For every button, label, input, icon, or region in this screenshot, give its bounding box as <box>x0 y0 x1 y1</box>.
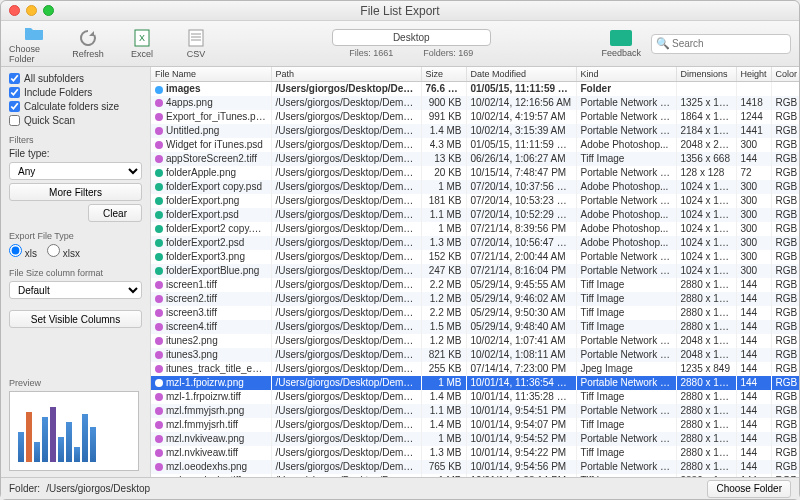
window-controls <box>9 5 54 16</box>
all-subfolders-checkbox[interactable]: All subfolders <box>9 73 142 84</box>
file-type-label: File type: <box>9 148 142 159</box>
body: All subfolders Include Folders Calculate… <box>1 67 799 477</box>
files-count: Files: 1661 <box>349 48 393 58</box>
table-row[interactable]: folderExportBlue.png/Users/giorgos/Deskt… <box>151 264 799 278</box>
table-row[interactable]: folderExport3.png/Users/giorgos/Desktop/… <box>151 250 799 264</box>
svg-text:X: X <box>139 33 145 43</box>
table-row[interactable]: folderExport.png/Users/giorgos/Desktop/D… <box>151 194 799 208</box>
table-row[interactable]: iscreen1.tiff/Users/giorgos/Desktop/Demo… <box>151 278 799 292</box>
app-window: File List Export Choose Folder Refresh X… <box>0 0 800 500</box>
table-row[interactable]: mzl.oeodexhs.png/Users/giorgos/Desktop/D… <box>151 460 799 474</box>
table-row[interactable]: Export_for_iTunes.png/Users/giorgos/Desk… <box>151 110 799 124</box>
table-body: images/Users/giorgos/Desktop/DemoFolder/… <box>151 82 799 478</box>
excel-icon: X <box>132 29 152 47</box>
folder-icon <box>24 24 44 42</box>
calc-sizes-checkbox[interactable]: Calculate folders size <box>9 101 142 112</box>
preview-thumbnail <box>9 391 139 471</box>
footer: Folder: /Users/giorgos/Desktop Choose Fo… <box>1 477 799 499</box>
table-row[interactable]: itunes3.png/Users/giorgos/Desktop/DemoFo… <box>151 348 799 362</box>
table-row[interactable]: mzl.fmmyjsrh.tiff/Users/giorgos/Desktop/… <box>151 418 799 432</box>
table-row[interactable]: mzl.fmmyjsrh.png/Users/giorgos/Desktop/D… <box>151 404 799 418</box>
footer-choose-folder-button[interactable]: Choose Folder <box>707 480 791 498</box>
xlsx-radio[interactable]: xlsx <box>47 244 80 259</box>
minimize-icon[interactable] <box>26 5 37 16</box>
path-segment[interactable]: Desktop <box>332 29 491 46</box>
quick-scan-checkbox[interactable]: Quick Scan <box>9 115 142 126</box>
file-table[interactable]: File NamePathSizeDate ModifiedKindDimens… <box>151 67 799 477</box>
refresh-button[interactable]: Refresh <box>63 24 113 64</box>
table-row[interactable]: folderApple.png/Users/giorgos/Desktop/De… <box>151 166 799 180</box>
column-header[interactable]: Date Modified <box>466 67 576 82</box>
footer-path: /Users/giorgos/Desktop <box>46 483 701 494</box>
window-title: File List Export <box>360 4 439 18</box>
size-col-select[interactable]: Default <box>9 281 142 299</box>
csv-icon <box>186 29 206 47</box>
table-row[interactable]: itunes2.png/Users/giorgos/Desktop/DemoFo… <box>151 334 799 348</box>
xls-radio[interactable]: xls <box>9 244 37 259</box>
column-header[interactable]: Height <box>736 67 771 82</box>
table-row[interactable]: iscreen3.tiff/Users/giorgos/Desktop/Demo… <box>151 306 799 320</box>
feedback-button[interactable]: Feedback <box>601 30 641 58</box>
export-type-radio: xls xlsx <box>9 244 142 259</box>
toolbar-center: Desktop Files: 1661 Folders: 169 <box>225 29 597 58</box>
sidebar: All subfolders Include Folders Calculate… <box>1 67 151 477</box>
table-row[interactable]: folderExport2.psd/Users/giorgos/Desktop/… <box>151 236 799 250</box>
column-header[interactable]: Size <box>421 67 466 82</box>
search-input[interactable] <box>651 34 791 54</box>
table-row[interactable]: itunes_track_title_export.jpg/Users/gior… <box>151 362 799 376</box>
csv-button[interactable]: CSV <box>171 24 221 64</box>
column-header[interactable]: File Name <box>151 67 271 82</box>
feedback-icon <box>610 30 632 46</box>
table-row[interactable]: iscreen2.tiff/Users/giorgos/Desktop/Demo… <box>151 292 799 306</box>
table-row[interactable]: folderExport2 copy.psd/Users/giorgos/Des… <box>151 222 799 236</box>
more-filters-button[interactable]: More Filters <box>9 183 142 201</box>
table-row[interactable]: mzl-1.frpoizrw.tiff/Users/giorgos/Deskto… <box>151 390 799 404</box>
table-row[interactable]: Widget for iTunes.psd/Users/giorgos/Desk… <box>151 138 799 152</box>
zoom-icon[interactable] <box>43 5 54 16</box>
excel-button[interactable]: X Excel <box>117 24 167 64</box>
set-columns-button[interactable]: Set Visible Columns <box>9 310 142 328</box>
titlebar: File List Export <box>1 1 799 21</box>
column-header[interactable]: Kind <box>576 67 676 82</box>
choose-folder-button[interactable]: Choose Folder <box>9 24 59 64</box>
toolbar: Choose Folder Refresh X Excel CSV Deskto… <box>1 21 799 67</box>
table-row[interactable]: Untitled.png/Users/giorgos/Desktop/DemoF… <box>151 124 799 138</box>
column-header[interactable]: Color Space <box>771 67 799 82</box>
table-row[interactable]: mzl.nvkiveaw.png/Users/giorgos/Desktop/D… <box>151 432 799 446</box>
folders-count: Folders: 169 <box>423 48 473 58</box>
close-icon[interactable] <box>9 5 20 16</box>
include-folders-checkbox[interactable]: Include Folders <box>9 87 142 98</box>
table-row[interactable]: appStoreScreen2.tiff/Users/giorgos/Deskt… <box>151 152 799 166</box>
table-row[interactable]: mzl.nvkiveaw.tiff/Users/giorgos/Desktop/… <box>151 446 799 460</box>
preview-label: Preview <box>9 378 142 388</box>
footer-label: Folder: <box>9 483 40 494</box>
search-field[interactable]: 🔍 <box>651 34 791 54</box>
table-row[interactable]: folderExport.psd/Users/giorgos/Desktop/D… <box>151 208 799 222</box>
column-header[interactable]: Dimensions <box>676 67 736 82</box>
preview-section: Preview <box>9 372 142 471</box>
refresh-icon <box>78 29 98 47</box>
table-row[interactable]: images/Users/giorgos/Desktop/DemoFolder/… <box>151 82 799 96</box>
export-type-label: Export File Type <box>9 231 142 241</box>
filters-label: Filters <box>9 135 142 145</box>
table-row[interactable]: iscreen4.tiff/Users/giorgos/Desktop/Demo… <box>151 320 799 334</box>
table-row[interactable]: folderExport copy.psd/Users/giorgos/Desk… <box>151 180 799 194</box>
file-type-select[interactable]: Any <box>9 162 142 180</box>
table-row[interactable]: mzl-1.fpoizrw.png/Users/giorgos/Desktop/… <box>151 376 799 390</box>
search-icon: 🔍 <box>656 37 670 50</box>
column-header[interactable]: Path <box>271 67 421 82</box>
size-col-label: File Size column format <box>9 268 142 278</box>
table-row[interactable]: 4apps.png/Users/giorgos/Desktop/DemoFold… <box>151 96 799 110</box>
svg-rect-2 <box>189 30 203 46</box>
table-header[interactable]: File NamePathSizeDate ModifiedKindDimens… <box>151 67 799 82</box>
clear-button[interactable]: Clear <box>88 204 142 222</box>
counts: Files: 1661 Folders: 169 <box>349 48 473 58</box>
